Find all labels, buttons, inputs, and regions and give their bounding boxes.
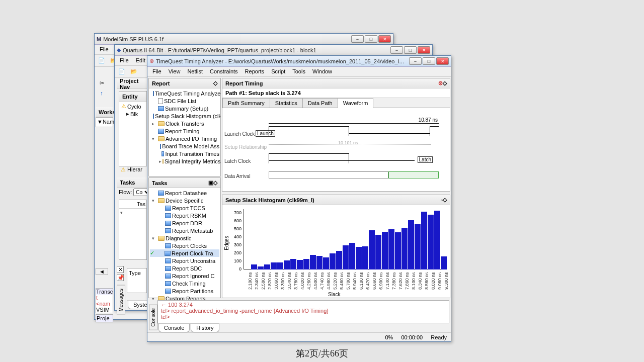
modelsim-titlebar[interactable]: M ModelSim SE PLUS 6.1f − □ ✕ [95, 34, 393, 45]
console[interactable]: ← 100 3.274 tcl> report_advanced_io_timi… [157, 300, 449, 323]
panel-pin-icon[interactable]: ◇ [213, 80, 217, 86]
xlabel: 5.460 ns [339, 272, 344, 290]
tree-item[interactable]: ▾ Advanced I/O Timing [150, 135, 219, 142]
menu-view[interactable]: View [166, 67, 184, 76]
panel-pin-icon[interactable]: ◇ [213, 179, 217, 186]
bar [375, 235, 381, 269]
tree-item[interactable]: TimeQuest Timing Analyze [150, 89, 219, 97]
console-line: tcl> report_advanced_io_timing -panel_na… [161, 308, 446, 314]
minimize-button[interactable]: − [409, 57, 422, 65]
tree-item[interactable]: Report Unconstra [150, 257, 219, 264]
tab-statistics[interactable]: Statistics [270, 98, 303, 108]
xlabel: 6.660 ns [372, 272, 377, 290]
up-arrow-icon[interactable]: ↑ [97, 88, 107, 98]
tab-path-summary[interactable]: Path Summary [222, 98, 270, 108]
tree-item[interactable]: Board Trace Model Ass [150, 142, 219, 150]
bar [323, 257, 329, 269]
history-tab[interactable]: History [191, 324, 219, 332]
histogram-chart[interactable]: Edges 0100200300400500600700 2.100 ns2.3… [222, 205, 450, 298]
ytick: 600 [229, 218, 242, 223]
bar [349, 243, 355, 269]
panel-close-icon[interactable]: ⊗ [438, 80, 443, 86]
messages-sidetab[interactable]: Messages [117, 285, 125, 315]
maximize-button[interactable]: □ [404, 46, 417, 54]
menu-constraints[interactable]: Constraints [207, 67, 241, 76]
tree-item[interactable]: Report Partitions [150, 287, 219, 295]
tree-item[interactable]: Report Metastab [150, 227, 219, 234]
project-tab[interactable]: Proje [96, 314, 113, 322]
close-button[interactable]: ✕ [378, 35, 391, 43]
menu-file[interactable]: File [149, 67, 165, 76]
xlabel: 8.340 ns [418, 272, 423, 290]
bar [271, 262, 277, 269]
tree-item[interactable]: Check Timing [150, 280, 219, 287]
menu-window[interactable]: Window [309, 67, 335, 76]
tree-item[interactable]: ▸ Clock Transfers [150, 120, 219, 127]
tree-item[interactable]: ▾ Device Specific [150, 197, 219, 204]
hierarchy-tab[interactable]: Hierar [127, 166, 142, 172]
tasks-tree[interactable]: Report Datashee▾ Device Specific Report … [149, 188, 220, 311]
xlabel: 5.940 ns [352, 272, 357, 290]
collapse-icon[interactable]: ◄ [96, 268, 108, 275]
open-icon[interactable]: 📂 [129, 67, 139, 77]
tree-item[interactable]: Report TCCS [150, 204, 219, 212]
tree-item[interactable]: ▸ Signal Integrity Metrics [150, 157, 219, 165]
menu-netlist[interactable]: Netlist [184, 67, 206, 76]
tree-item[interactable]: Input Transition Times [150, 150, 219, 157]
xlabel: 2.820 ns [267, 272, 272, 290]
tab-waveform[interactable]: Waveform [338, 98, 374, 108]
xlabel: 5.220 ns [333, 272, 338, 290]
close-button[interactable]: ✕ [436, 57, 449, 65]
bar [428, 215, 434, 269]
tree-item[interactable]: ▾ Diagnostic [150, 234, 219, 242]
menu-reports[interactable]: Reports [242, 67, 268, 76]
minimize-button[interactable]: − [351, 35, 364, 43]
panel-dock-icon[interactable]: ▣ [208, 179, 213, 186]
new-icon[interactable]: 📄 [117, 67, 127, 77]
cut-icon[interactable]: ✂ [97, 78, 107, 88]
status-pct: 0% [385, 334, 393, 340]
tree-item[interactable]: ✓ Report Clock Tra [150, 249, 219, 257]
xlabel: 5.700 ns [346, 272, 351, 290]
tree-item[interactable]: Report Datashee [150, 189, 219, 197]
bar [303, 259, 309, 269]
menu-edit[interactable]: Edit [133, 56, 148, 65]
close-panel-icon[interactable]: ✕ [117, 266, 124, 273]
console-tab[interactable]: Console [158, 324, 190, 332]
panel-pin-icon[interactable]: ◇ [443, 80, 447, 86]
xlabel: 3.780 ns [293, 272, 298, 290]
menu-file[interactable]: File [97, 45, 112, 54]
report-tree[interactable]: TimeQuest Timing Analyze SDC File List S… [149, 88, 220, 166]
minimize-button[interactable]: − [390, 46, 403, 54]
timequest-titlebar[interactable]: ⊗ TimeQuest Timing Analyzer - E:/works/Q… [147, 56, 451, 67]
console-line: ← 100 3.274 [161, 302, 446, 308]
menu-tools[interactable]: Tools [289, 67, 308, 76]
panel-pin-icon[interactable]: ◇ [443, 197, 447, 203]
tree-item[interactable]: Report DDR [150, 219, 219, 227]
tree-item[interactable]: SDC File List [150, 97, 219, 105]
new-icon[interactable]: 📄 [97, 56, 107, 66]
setup-relationship-label: Setup Relationship [224, 144, 267, 150]
tree-item[interactable]: Report Clocks [150, 242, 219, 249]
bar [382, 232, 388, 269]
close-button[interactable]: ✕ [418, 46, 430, 54]
tree-item[interactable]: Report Ignored C [150, 272, 219, 280]
tree-item[interactable]: Summary (Setup) [150, 105, 219, 112]
menu-script[interactable]: Script [268, 67, 288, 76]
tree-item[interactable]: Report RSKM [150, 212, 219, 219]
maximize-button[interactable]: □ [365, 35, 377, 43]
tree-blk[interactable]: ▸ Blk [120, 110, 145, 118]
tab-data-path[interactable]: Data Path [302, 98, 338, 108]
maximize-button[interactable]: □ [423, 57, 435, 65]
waveform-view[interactable]: 10.87 ns Launch Clock Launch Setup Relat… [222, 108, 450, 186]
menu-file[interactable]: File [117, 56, 132, 65]
tree-item[interactable]: Report Timing [150, 127, 219, 135]
quartus-titlebar[interactable]: ◆ Quartus II 64-Bit - E:/tutorial/PPTs/V… [115, 45, 432, 56]
tree-item[interactable]: Report SDC [150, 264, 219, 272]
ytick: 400 [229, 234, 242, 239]
tree-expand[interactable]: ▾ [119, 209, 146, 216]
console-sidetab[interactable]: Console [149, 305, 157, 330]
tree-item[interactable]: Setup Slack Histogram (clk [150, 112, 219, 120]
pin-icon[interactable]: 📌 [117, 274, 124, 281]
tree-cyclone[interactable]: ⚠Cyclo [120, 103, 145, 110]
